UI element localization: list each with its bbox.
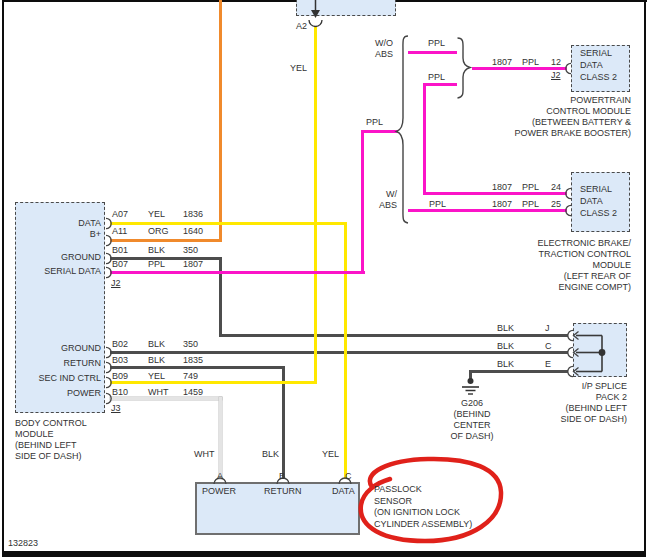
wire-yel-1836-v [344,222,347,479]
wire-circuit: 350 [183,339,198,349]
wire-blk-1835-b03-h [110,366,285,369]
options-brace [397,36,409,223]
wire-color: YEL [148,371,165,381]
ebtcm-wire24-pin: 24 [551,182,561,192]
bcm-pin-name-secindctrl: SEC IND CTRL [38,373,101,383]
wire-blk-to-splice-j [219,334,568,337]
wire-blk-350-b01-v [219,257,222,337]
splice-row-pin: J [545,323,550,333]
wire-blk-ground-stub [469,370,472,379]
ebtcm-wire24-circuit: 1807 [492,182,512,192]
serial-wire-color-label: PPL [366,117,383,127]
wire-code: B01 [112,245,128,255]
pcm-title: POWERTRAINCONTROL MODULE (BETWEEN BATTER… [514,95,631,139]
wire-yel-1836-h [110,222,347,225]
wire-color: YEL [148,209,165,219]
stub1-color-label: PPL [428,38,445,48]
top-connector-pin: A2 [296,21,307,31]
passlock-pin-name-power: POWER [202,486,236,496]
wire-color: WHT [148,387,169,397]
pcm-box-text: SERIALDATACLASS 2 [580,47,617,83]
ebtcm-box-text: SERIALDATACLASS 2 [580,183,617,219]
bcm-connector-j3: J3 [111,403,121,413]
passlock-pin-b: B [279,471,285,481]
wire-circuit: 350 [183,245,198,255]
pcm-wire-color: PPL [522,57,539,67]
passlock-pin-c: C [345,471,352,481]
passlock-pin-a: A [217,471,223,481]
passlock-pin-name-data: DATA [332,486,355,496]
wire-color: PPL [148,259,165,269]
bcm-title: BODY CONTROLMODULE (BEHIND LEFTSIDE OF D… [15,418,87,462]
wire-ppl-pin24 [423,192,567,195]
ebtcm-wire25-color-label: PPL [429,199,446,209]
splice-row-pin: E [545,359,551,369]
bcm-connector-j2: J2 [111,278,121,288]
frame-bottom-bar [2,551,646,557]
splice-row-color: BLK [497,323,514,333]
bcm-pin-name-bplus: B+ [90,229,101,239]
top-wire-color-label: YEL [290,63,307,73]
wire-code: A07 [112,209,128,219]
stub2-color-label: PPL [428,72,445,82]
ebtcm-wire25-circuit: 1807 [492,199,512,209]
wire-color: BLK [148,339,165,349]
wire-code: B07 [112,259,128,269]
splice-pack-box [573,323,627,377]
frame-right [644,0,646,557]
ebtcm-wire24-color: PPL [522,182,539,192]
splice-row-color: BLK [497,359,514,369]
wire-yel-a2-v [314,26,317,384]
wire-ppl-to-brace [361,130,397,133]
wire-code: B09 [112,371,128,381]
splice-row-pin: C [545,341,552,351]
wire-circuit: 749 [183,371,198,381]
pcm-wire-circuit: 1807 [492,57,512,67]
wire-circuit: 1459 [183,387,203,397]
bcm-pin-name-power: POWER [67,388,101,398]
wire-wht-1459-h [110,397,222,400]
passlock-wire-color-c: YEL [322,449,339,459]
wire-org-1640-v [219,0,222,242]
wire-ppl-stub2 [423,83,457,86]
wo-abs-brace [458,38,471,98]
wire-ppl-stub1 [408,51,457,54]
passlock-pin-name-return: RETURN [264,486,302,496]
wire-blk-ground-e [469,370,568,373]
wiring-diagram: A2 YEL DATA B+ GROUND SERIAL DATA A07 YE… [0,0,650,558]
wire-ppl-1807-v [361,130,364,274]
wire-org-1640-h [110,239,222,242]
bcm-pin-name-serialdata: SERIAL DATA [44,266,101,276]
ground-title: G206(BEHIND CENTEROF DASH) [441,398,503,442]
bcm-pin-name-return: RETURN [64,358,102,368]
passlock-wire-color-b: BLK [262,449,279,459]
wire-circuit: 1807 [183,259,203,269]
wire-code: B03 [112,355,128,365]
wire-code: B10 [112,387,128,397]
ebtcm-title: ELECTRONIC BRAKE/TRACTION CONTROL MODULE… [537,238,631,293]
wire-circuit: 1836 [183,209,203,219]
pcm-connector-j2: J2 [551,70,561,80]
wire-color: BLK [148,355,165,365]
wire-color: BLK [148,245,165,255]
wire-wht-1459-v [219,397,222,479]
passlock-wire-color-a: WHT [194,449,215,459]
splice-row-color: BLK [497,341,514,351]
ground-symbol-g206 [462,378,479,394]
wire-color: ORG [148,226,169,236]
ebtcm-wire25-color: PPL [522,199,539,209]
bcm-pin-name-data: DATA [78,218,101,228]
wire-code: A11 [112,226,127,236]
bcm-pin-name-ground1: GROUND [61,252,101,262]
wire-yel-749-h [110,381,317,384]
wire-circuit: 1835 [183,355,203,365]
w-abs-label: W/ABS [366,189,397,211]
wire-circuit: 1640 [183,226,203,236]
bcm-pin-arcs [106,218,111,403]
top-module-box [296,0,396,16]
figure-number: 132823 [8,538,38,548]
wire-ppl-pin25 [408,209,567,212]
splice-title: I/P SPLICEPACK 2 (BEHIND LEFTSIDE OF DAS… [560,381,627,425]
wire-code: B02 [112,339,128,349]
passlock-title: PASSLOCKSENSOR (ON IGNITION LOCKCYLINDER… [374,484,472,530]
